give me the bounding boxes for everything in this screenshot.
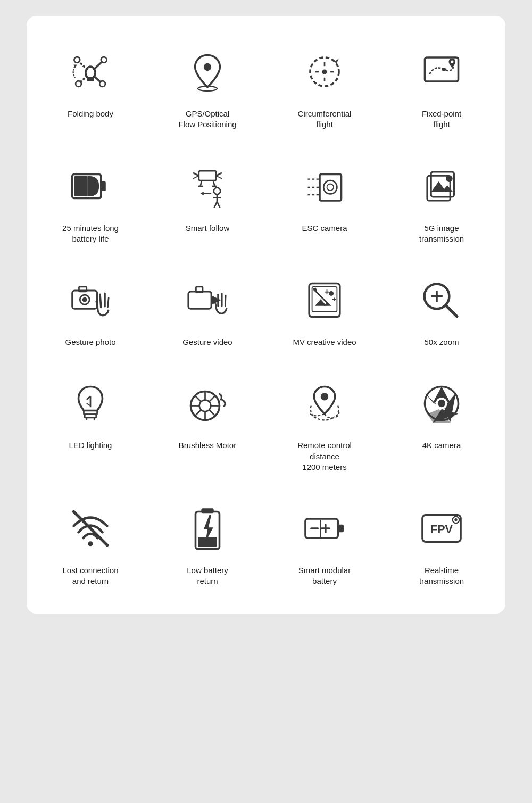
feature-item-folding-body: Folding body: [32, 32, 149, 141]
feature-label-realtime-transmission: Real-timetransmission: [419, 565, 464, 587]
lost-icon: [61, 499, 120, 558]
gps-icon: [178, 43, 237, 101]
feature-item-low-battery: Low batteryreturn: [149, 489, 266, 598]
svg-line-59: [107, 298, 109, 308]
feature-label-smart-modular: Smart modularbattery: [298, 565, 351, 587]
svg-line-28: [216, 172, 222, 175]
feature-item-remote-control: Remote controldistance1200 meters: [266, 363, 383, 483]
svg-line-1: [79, 61, 88, 70]
folding-body-icon: [61, 43, 120, 101]
svg-point-6: [76, 81, 81, 87]
smart-follow-icon: [178, 157, 237, 216]
svg-point-119: [454, 518, 457, 521]
svg-line-29: [193, 176, 199, 178]
feature-label-gps-optical: GPS/OpticalFlow Positioning: [178, 109, 236, 130]
svg-point-21: [442, 68, 446, 71]
svg-point-8: [99, 81, 105, 87]
feature-item-mv-creative: MV creative video: [266, 260, 383, 358]
feature-label-4k-camera: 4K camera: [422, 440, 461, 451]
svg-point-37: [214, 187, 221, 194]
feature-item-gesture-video: Gesture video: [149, 260, 266, 358]
svg-line-32: [213, 180, 215, 186]
motor-icon: [178, 374, 237, 433]
svg-point-44: [327, 184, 334, 191]
feature-item-battery-life: 25 minutes longbattery life: [32, 146, 149, 255]
4k-icon: [412, 374, 471, 433]
feature-label-low-battery: Low batteryreturn: [187, 565, 228, 587]
gesture-photo-icon: [61, 271, 120, 329]
svg-line-80: [446, 306, 457, 317]
feature-item-zoom-50x: 50x zoom: [383, 260, 500, 358]
feature-label-gesture-photo: Gesture photo: [65, 337, 115, 347]
feature-item-smart-follow: Smart follow: [149, 146, 266, 255]
svg-line-41: [217, 201, 220, 208]
feature-item-realtime-transmission: FPV Real-timetransmission: [383, 489, 500, 598]
feature-label-esc-camera: ESC camera: [302, 223, 347, 234]
gesture-video-icon: [178, 271, 237, 329]
feature-label-folding-body: Folding body: [68, 109, 113, 119]
feature-label-brushless-motor: Brushless Motor: [179, 440, 236, 451]
mv-icon: [295, 271, 354, 329]
feature-item-brushless-motor: Brushless Motor: [149, 363, 266, 483]
features-grid: Folding body GPS/OpticalFlow Positioning…: [32, 32, 500, 598]
svg-point-15: [322, 70, 327, 74]
fpv-icon: FPV: [412, 499, 471, 558]
svg-line-40: [214, 201, 217, 208]
svg-point-43: [323, 180, 337, 194]
feature-item-gps-optical: GPS/OpticalFlow Positioning: [149, 32, 266, 141]
remote-icon: [295, 374, 354, 433]
svg-point-104: [88, 541, 93, 546]
feature-item-4k-camera: 4K camera: [383, 363, 500, 483]
feature-item-esc-camera: ESC camera: [266, 146, 383, 255]
feature-label-gesture-video: Gesture video: [182, 337, 232, 347]
svg-point-4: [101, 57, 107, 63]
svg-rect-54: [79, 287, 86, 292]
svg-line-57: [100, 294, 101, 307]
fixed-point-icon: [412, 43, 471, 101]
svg-rect-26: [199, 171, 216, 180]
svg-rect-111: [338, 525, 344, 532]
features-card: Folding body GPS/OpticalFlow Positioning…: [27, 16, 505, 614]
feature-label-circumferential-flight: Circumferentialflight: [298, 109, 352, 130]
svg-rect-84: [85, 415, 96, 418]
battery-return-icon: [178, 499, 237, 558]
feature-label-fixed-point-flight: Fixed-pointflight: [422, 109, 461, 130]
svg-line-97: [209, 410, 215, 416]
feature-label-battery-life: 25 minutes longbattery life: [62, 223, 119, 245]
circumferential-icon: [295, 43, 354, 101]
svg-point-2: [74, 57, 80, 63]
feature-label-smart-follow: Smart follow: [186, 223, 230, 234]
svg-point-103: [438, 400, 445, 407]
svg-line-31: [201, 180, 202, 186]
zoom-icon: [412, 271, 471, 329]
svg-rect-61: [188, 292, 211, 309]
svg-line-98: [209, 396, 215, 402]
feature-label-remote-control: Remote controldistance1200 meters: [297, 440, 352, 473]
led-icon: [61, 374, 120, 433]
svg-line-27: [193, 172, 199, 175]
svg-point-56: [82, 297, 87, 302]
svg-rect-107: [201, 508, 213, 513]
svg-rect-25: [74, 176, 87, 196]
svg-point-52: [446, 175, 453, 182]
feature-label-zoom-50x: 50x zoom: [424, 337, 459, 347]
5g-icon: [412, 157, 471, 216]
svg-line-96: [195, 396, 202, 402]
svg-point-22: [451, 60, 453, 63]
svg-line-30: [216, 176, 222, 178]
feature-label-mv-creative: MV creative video: [293, 337, 356, 347]
svg-point-78: [329, 291, 334, 296]
feature-label-lost-connection: Lost connectionand return: [62, 565, 118, 587]
modular-battery-icon: [295, 499, 354, 558]
feature-label-5g-transmission: 5G imagetransmission: [419, 223, 464, 245]
svg-rect-9: [87, 77, 94, 81]
svg-line-66: [225, 295, 226, 306]
battery-icon: [61, 157, 120, 216]
feature-item-smart-modular: Smart modularbattery: [266, 489, 383, 598]
svg-point-100: [321, 393, 328, 400]
esc-camera-icon: [295, 157, 354, 216]
svg-marker-36: [201, 191, 204, 195]
svg-point-11: [204, 63, 211, 71]
feature-item-5g-transmission: 5G imagetransmission: [383, 146, 500, 255]
feature-item-gesture-photo: Gesture photo: [32, 260, 149, 358]
